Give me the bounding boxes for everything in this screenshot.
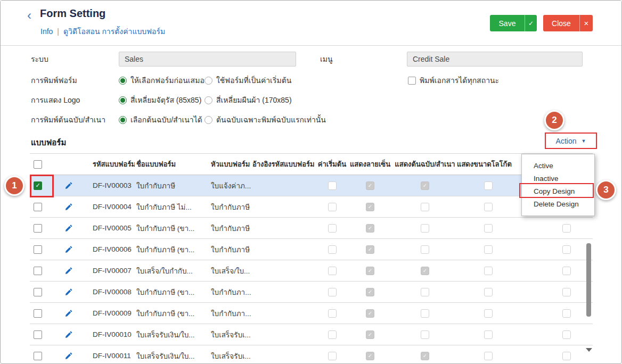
system-label: ระบบ xyxy=(31,54,48,64)
edit-button[interactable] xyxy=(64,352,73,360)
edit-button[interactable] xyxy=(64,288,73,296)
flag-checkbox xyxy=(562,267,571,275)
flag-checkbox: ✓ xyxy=(366,203,374,211)
save-check-icon[interactable]: ✓ xyxy=(525,15,537,31)
row-checkbox[interactable] xyxy=(34,245,42,254)
table-row[interactable]: DF-IV00006ใบกำกับภาษี (ขา...ใบกำกับภาษี✓ xyxy=(30,239,593,260)
pencil-icon xyxy=(64,267,73,275)
flag-checkbox: ✓ xyxy=(421,181,429,190)
row-name: ใบกำกับภาษี xyxy=(135,180,208,192)
row-name: ใบเสร็จรับเงิน/ใบ... xyxy=(135,329,208,341)
table-row[interactable]: DF-IV00005ใบกำกับภาษี (ขา...ใบกำกับภาษี✓ xyxy=(30,218,593,239)
back-chevron-icon[interactable]: ‹ xyxy=(27,9,31,22)
table-row[interactable]: DF-IV00011ใบเสร็จรับเงิน/ใบ...ใบเสร็จรับ… xyxy=(30,345,593,364)
checkbox-icon[interactable] xyxy=(408,77,416,85)
edit-button[interactable] xyxy=(64,330,73,339)
row-checkbox[interactable] xyxy=(34,288,42,296)
radio-label: ใช้ฟอร์มที่เป็นค่าเริ่มต้น xyxy=(216,75,291,86)
radio-icon[interactable] xyxy=(119,96,127,104)
system-field[interactable]: Sales xyxy=(119,52,296,67)
menu-field[interactable]: Credit Sale xyxy=(407,52,583,67)
close-button-label: Close xyxy=(543,15,579,31)
table-row[interactable]: DF-IV00004ใบกำกับภาษี ไม่...ใบกำกับภาษี✓ xyxy=(30,196,593,218)
pencil-icon xyxy=(64,309,73,318)
flag-checkbox xyxy=(328,309,337,318)
header-signature: แสดงลายเซ็น xyxy=(347,159,394,170)
row-checkbox[interactable] xyxy=(34,309,42,318)
edit-button[interactable] xyxy=(64,309,73,318)
row-flag-cell xyxy=(317,245,347,254)
radio-option-logo-rect[interactable]: สี่เหลี่ยมผืนผ้า (170x85) xyxy=(204,95,292,105)
row-edit-cell xyxy=(59,203,91,211)
row-flag-cell xyxy=(456,267,520,275)
radio-option-choose-form[interactable]: ให้เลือกฟอร์มก่อนเสมอ xyxy=(119,75,204,86)
print-all-status-option[interactable]: พิมพ์เอกสารได้ทุกสถานะ xyxy=(408,75,499,86)
row-code: DF-IV00008 xyxy=(91,288,135,296)
row-edit-cell xyxy=(59,224,91,233)
menu-label: เมนู xyxy=(320,54,333,64)
tutorial-link[interactable]: ดูวิดีโอสอน การตั้งค่าแบบฟอร์ม xyxy=(63,27,165,36)
row-select-cell xyxy=(30,309,59,318)
flag-checkbox xyxy=(421,245,429,254)
radio-icon[interactable] xyxy=(119,116,127,124)
row-form-header: ใบกำกับภาษี xyxy=(208,201,251,213)
pencil-icon xyxy=(64,330,73,339)
radio-icon[interactable] xyxy=(204,116,212,124)
pencil-icon xyxy=(64,181,73,190)
save-button[interactable]: Save ✓ xyxy=(490,15,537,31)
radio-label: เลือกต้นฉบับ/สำเนาได้ xyxy=(130,114,202,126)
row-edit-cell xyxy=(59,267,91,275)
radio-icon[interactable] xyxy=(204,77,212,85)
row-edit-cell xyxy=(59,330,91,339)
row-checkbox[interactable] xyxy=(34,352,42,360)
table-row[interactable]: ✓DF-IV00003ใบกำกับภาษีใบแจ้งค่าภ...✓✓ xyxy=(30,175,593,196)
row-checkbox[interactable] xyxy=(34,224,42,233)
table-row[interactable]: DF-IV00010ใบเสร็จรับเงิน/ใบ...ใบเสร็จรับ… xyxy=(30,324,593,345)
close-button[interactable]: Close × xyxy=(543,15,593,31)
radio-option-choose-original[interactable]: เลือกต้นฉบับ/สำเนาได้ xyxy=(119,114,202,125)
flag-checkbox: ✓ xyxy=(366,224,374,233)
row-code: DF-IV00004 xyxy=(91,203,135,211)
flag-checkbox xyxy=(328,267,337,275)
flag-checkbox xyxy=(484,203,493,211)
header-name: ชื่อแบบฟอร์ม xyxy=(135,159,208,170)
row-flag-cell xyxy=(317,267,347,275)
radio-icon[interactable] xyxy=(119,77,127,85)
edit-button[interactable] xyxy=(64,267,73,275)
row-checkbox[interactable] xyxy=(34,267,42,275)
pencil-icon xyxy=(64,245,73,254)
row-flag-cell: ✓ xyxy=(394,352,456,360)
link-separator: | xyxy=(57,27,59,36)
close-x-icon[interactable]: × xyxy=(579,15,593,31)
scrollbar-down-arrow-icon[interactable] xyxy=(586,348,592,352)
radio-option-default-form[interactable]: ใช้ฟอร์มที่เป็นค่าเริ่มต้น xyxy=(204,75,291,86)
edit-button[interactable] xyxy=(64,245,73,254)
radio-option-original-first[interactable]: ต้นฉบับเฉพาะพิมพ์ฉบับแรกเท่านั้น xyxy=(204,114,326,125)
pencil-icon xyxy=(64,224,73,233)
highlight-box-copy-design xyxy=(519,183,594,198)
info-link[interactable]: Info xyxy=(40,27,53,36)
menu-item-active[interactable]: Active xyxy=(522,160,594,172)
table-row[interactable]: DF-IV00009ใบกำกับภาษี (ขา...ใบกำกับภา...… xyxy=(30,303,593,324)
row-flag-cell xyxy=(456,245,520,254)
radio-icon[interactable] xyxy=(204,96,212,104)
flag-checkbox xyxy=(484,330,493,339)
edit-button[interactable] xyxy=(64,203,73,211)
menu-item-delete-design[interactable]: Delete Design xyxy=(522,198,594,211)
edit-button[interactable] xyxy=(64,224,73,233)
edit-button[interactable] xyxy=(64,181,73,190)
select-all-checkbox[interactable] xyxy=(34,160,42,169)
vertical-scrollbar-thumb[interactable] xyxy=(586,243,591,317)
flag-checkbox xyxy=(484,181,493,190)
flag-checkbox xyxy=(328,181,337,190)
row-name: ใบกำกับภาษี (ขา... xyxy=(135,244,208,255)
table-row[interactable]: DF-IV00007ใบเสร็จ/ใบกำกับ...ใบเสร็จ/ใบ..… xyxy=(30,260,593,282)
row-flag-cell: ✓ xyxy=(347,203,394,211)
row-code: DF-IV00007 xyxy=(91,267,135,275)
highlight-box-action-button xyxy=(545,133,597,149)
radio-label: สี่เหลี่ยมจัตุรัส (85x85) xyxy=(130,94,201,106)
row-checkbox[interactable] xyxy=(34,203,42,211)
row-checkbox[interactable] xyxy=(34,330,42,339)
radio-option-logo-square[interactable]: สี่เหลี่ยมจัตุรัส (85x85) xyxy=(119,95,201,105)
table-row[interactable]: DF-IV00008ใบกำกับภาษี (ขา...ใบกำกับภา...… xyxy=(30,282,593,303)
